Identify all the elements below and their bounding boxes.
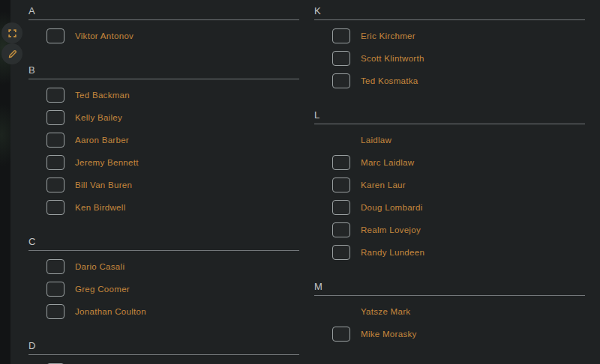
person-name: Yatsze Mark bbox=[361, 306, 410, 317]
letter-section: CDario CasaliGreg CoomerJonathan Coulton bbox=[28, 237, 299, 323]
list-item: Ted Backman bbox=[28, 84, 299, 106]
person-name: Scott Klintworth bbox=[361, 53, 424, 64]
person-name: Ken Birdwell bbox=[75, 202, 126, 213]
person-name: Jeremy Bennett bbox=[75, 157, 139, 168]
person-name: Randy Lundeen bbox=[361, 247, 424, 258]
section-letter: D bbox=[28, 341, 299, 351]
letter-section: LLaidlawMarc LaidlawKaren LaurDoug Lomba… bbox=[314, 110, 585, 264]
checkbox[interactable] bbox=[46, 110, 64, 125]
checkbox[interactable] bbox=[46, 200, 64, 215]
checkbox[interactable] bbox=[46, 282, 64, 297]
list-item: Mike Morasky bbox=[314, 323, 585, 345]
checkbox[interactable] bbox=[332, 51, 350, 66]
section-letter: A bbox=[28, 6, 299, 16]
list-item: Viktor Antonov bbox=[28, 25, 299, 47]
list-item: Karen Laur bbox=[314, 174, 585, 196]
section-divider bbox=[314, 295, 585, 296]
person-name: Dario Casali bbox=[75, 261, 124, 272]
section-letter: B bbox=[28, 65, 299, 76]
checkbox[interactable] bbox=[332, 28, 350, 43]
person-name: Jonathan Coulton bbox=[75, 306, 146, 317]
list-item: Aaron Barber bbox=[28, 129, 299, 151]
section-rows: LaidlawMarc LaidlawKaren LaurDoug Lombar… bbox=[314, 129, 585, 264]
list-item: Greg Coomer bbox=[28, 278, 299, 300]
edit-button[interactable] bbox=[2, 43, 22, 64]
column-left: AViktor AntonovBTed BackmanKelly BaileyA… bbox=[28, 6, 299, 364]
list-item: Laidlaw bbox=[314, 129, 585, 151]
section-divider bbox=[28, 354, 299, 355]
section-rows: Eric KirchmerScott KlintworthTed Kosmatk… bbox=[314, 25, 585, 92]
section-divider bbox=[314, 19, 585, 20]
checkbox[interactable] bbox=[46, 259, 64, 274]
fullscreen-button[interactable] bbox=[2, 22, 22, 43]
section-rows: Ted BackmanKelly BaileyAaron BarberJerem… bbox=[28, 84, 299, 219]
page: AViktor AntonovBTed BackmanKelly BaileyA… bbox=[0, 0, 600, 364]
checkbox[interactable] bbox=[46, 133, 64, 148]
checkbox[interactable] bbox=[332, 73, 350, 88]
checkbox[interactable] bbox=[332, 245, 350, 260]
list-item: Doug Lombardi bbox=[314, 196, 585, 219]
person-name: Karen Laur bbox=[361, 180, 406, 190]
checkbox[interactable] bbox=[332, 327, 350, 342]
checkbox[interactable] bbox=[46, 88, 64, 103]
checkbox[interactable] bbox=[46, 178, 64, 192]
section-letter: C bbox=[28, 237, 299, 247]
letter-section: DLaura Dubuk bbox=[28, 341, 299, 364]
list-item: Ken Birdwell bbox=[28, 196, 299, 219]
letter-section: MYatsze MarkMike Morasky bbox=[314, 282, 585, 345]
person-name: Laidlaw bbox=[361, 135, 392, 145]
section-divider bbox=[28, 250, 299, 251]
section-rows: Yatsze MarkMike Morasky bbox=[314, 300, 585, 345]
letter-section: KEric KirchmerScott KlintworthTed Kosmat… bbox=[314, 6, 585, 92]
section-divider bbox=[28, 19, 299, 20]
list-item: Marc Laidlaw bbox=[314, 151, 585, 174]
checkbox[interactable] bbox=[46, 28, 64, 43]
person-name: Doug Lombardi bbox=[361, 202, 423, 213]
list-item: Scott Klintworth bbox=[314, 47, 585, 70]
letter-section: AViktor Antonov bbox=[28, 6, 299, 47]
person-name: Ted Kosmatka bbox=[361, 76, 418, 86]
checkbox[interactable] bbox=[332, 178, 350, 192]
list-item: Randy Lundeen bbox=[314, 241, 585, 264]
list-item: Jonathan Coulton bbox=[28, 300, 299, 323]
person-name: Marc Laidlaw bbox=[361, 157, 414, 168]
person-name: Mike Morasky bbox=[361, 329, 417, 339]
person-name: Kelly Bailey bbox=[75, 112, 122, 123]
list-item: Kelly Bailey bbox=[28, 106, 299, 129]
section-divider bbox=[28, 79, 299, 79]
list-item: Jeremy Bennett bbox=[28, 151, 299, 174]
pencil-icon bbox=[8, 49, 17, 59]
list-item: Yatsze Mark bbox=[314, 300, 585, 323]
people-checklist: AViktor AntonovBTed BackmanKelly BaileyA… bbox=[28, 6, 585, 364]
checkbox[interactable] bbox=[332, 200, 350, 215]
section-letter: K bbox=[314, 6, 585, 16]
person-name: Eric Kirchmer bbox=[361, 31, 416, 41]
list-item: Ted Kosmatka bbox=[314, 70, 585, 92]
person-name: Ted Backman bbox=[75, 90, 130, 100]
fullscreen-icon bbox=[8, 28, 17, 38]
person-name: Viktor Antonov bbox=[75, 31, 134, 41]
checkbox[interactable] bbox=[332, 222, 350, 237]
list-item: Bill Van Buren bbox=[28, 174, 299, 196]
checkbox[interactable] bbox=[46, 304, 64, 319]
column-right: KEric KirchmerScott KlintworthTed Kosmat… bbox=[314, 6, 585, 364]
list-item: Realm Lovejoy bbox=[314, 219, 585, 241]
section-letter: M bbox=[314, 282, 585, 292]
section-rows: Viktor Antonov bbox=[28, 25, 299, 47]
section-letter: L bbox=[314, 110, 585, 121]
list-item: Dario Casali bbox=[28, 255, 299, 278]
person-name: Realm Lovejoy bbox=[361, 225, 421, 235]
section-rows: Dario CasaliGreg CoomerJonathan Coulton bbox=[28, 255, 299, 323]
list-item: Laura Dubuk bbox=[28, 360, 299, 364]
letter-section: BTed BackmanKelly BaileyAaron BarberJere… bbox=[28, 65, 299, 219]
person-name: Aaron Barber bbox=[75, 135, 129, 145]
section-rows: Laura Dubuk bbox=[28, 360, 299, 364]
person-name: Bill Van Buren bbox=[75, 180, 132, 190]
person-name: Greg Coomer bbox=[75, 284, 130, 294]
section-divider bbox=[314, 124, 585, 124]
checkbox[interactable] bbox=[332, 155, 350, 170]
checkbox[interactable] bbox=[46, 155, 64, 170]
list-item: Eric Kirchmer bbox=[314, 25, 585, 47]
